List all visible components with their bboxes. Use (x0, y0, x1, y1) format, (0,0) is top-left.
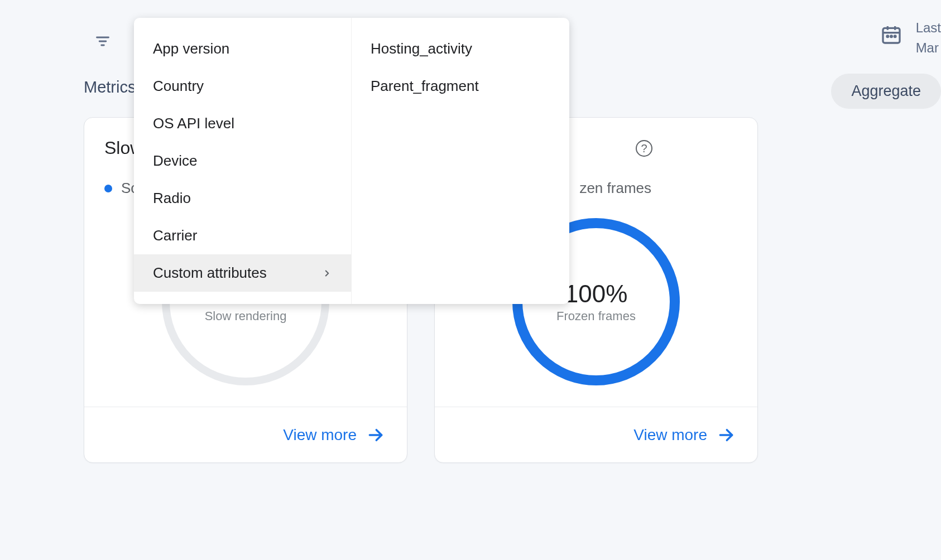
menu-item-label: OS API level (153, 115, 234, 132)
arrow-right-icon (367, 426, 385, 444)
svg-point-9 (894, 36, 896, 37)
menu-item-radio[interactable]: Radio (134, 180, 351, 217)
filter-icon[interactable] (95, 33, 111, 49)
menu-item-label: Carrier (153, 227, 197, 244)
chevron-right-icon (322, 268, 332, 278)
gauge-label-slow: Slow rendering (205, 309, 287, 324)
metrics-heading: Metrics (84, 78, 136, 96)
menu-item-label: Country (153, 78, 204, 95)
menu-item-os-api-level[interactable]: OS API level (134, 105, 351, 142)
svg-point-7 (887, 36, 889, 37)
calendar-icon (880, 23, 902, 46)
menu-item-custom-attributes[interactable]: Custom attributes (134, 254, 351, 292)
menu-item-carrier[interactable]: Carrier (134, 217, 351, 254)
menu-item-label: Hosting_activity (371, 40, 472, 57)
gauge-value-frozen: 100% (565, 280, 628, 308)
menu-item-label: Radio (153, 190, 191, 207)
menu-item-hosting-activity[interactable]: Hosting_activity (352, 30, 569, 67)
menu-item-label: App version (153, 40, 229, 57)
menu-item-label: Custom attributes (153, 264, 267, 282)
gauge-label-frozen: Frozen frames (556, 309, 636, 324)
view-more-label: View more (283, 426, 357, 444)
menu-item-app-version[interactable]: App version (134, 30, 351, 67)
menu-item-label: Parent_fragment (371, 78, 479, 95)
legend-dot-icon (104, 185, 112, 192)
date-range-display[interactable]: Last Mar (880, 20, 941, 56)
help-icon[interactable]: ? (636, 140, 652, 157)
view-more-slow-button[interactable]: View more (283, 426, 385, 444)
filter-menu-secondary: Hosting_activity Parent_fragment (352, 18, 569, 304)
view-more-label: View more (633, 426, 707, 444)
menu-item-parent-fragment[interactable]: Parent_fragment (352, 67, 569, 105)
menu-item-label: Device (153, 152, 197, 170)
svg-point-8 (890, 36, 892, 37)
view-more-frozen-button[interactable]: View more (633, 426, 735, 444)
legend-label-frozen: zen frames (579, 180, 651, 197)
filter-menu-primary: App version Country OS API level Device … (134, 18, 352, 304)
aggregate-toggle[interactable]: Aggregate (831, 74, 941, 109)
date-line1: Last (916, 20, 941, 36)
date-line2: Mar (916, 40, 941, 56)
menu-item-device[interactable]: Device (134, 142, 351, 180)
arrow-right-icon (717, 426, 735, 444)
filter-attribute-menu: App version Country OS API level Device … (134, 18, 569, 304)
menu-item-country[interactable]: Country (134, 67, 351, 105)
